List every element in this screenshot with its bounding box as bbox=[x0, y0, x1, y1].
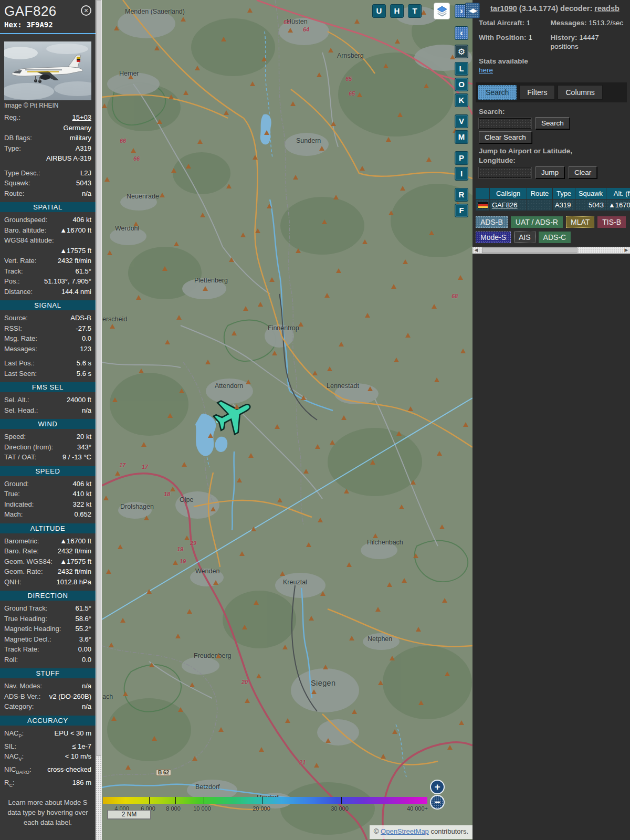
tab-search[interactable]: Search bbox=[478, 85, 517, 100]
row-value: 2432 ft/min bbox=[58, 566, 91, 577]
row-value: 3.6° bbox=[79, 634, 91, 645]
badge-uat-ads-r[interactable]: UAT / ADS-R bbox=[511, 216, 563, 228]
row-label: ADS-B Ver.: bbox=[4, 691, 40, 702]
readsb-link[interactable]: readsb bbox=[594, 4, 620, 13]
search-input[interactable] bbox=[479, 118, 531, 129]
jump-clear-button[interactable]: Clear bbox=[569, 166, 597, 178]
peak-icon bbox=[396, 431, 402, 436]
tab-columns[interactable]: Columns bbox=[558, 85, 602, 100]
peak-icon bbox=[400, 186, 405, 191]
receiver-stats: Total Aircraft: 1 Messages: 1513.2/sec W… bbox=[472, 16, 630, 81]
jump-input[interactable] bbox=[479, 167, 531, 178]
badge-row: ADS-BUAT / ADS-RMLATTIS-B bbox=[476, 216, 630, 228]
peak-icon bbox=[118, 544, 123, 549]
aircraft-table: CallsignRouteTypeSquawkAlt. (ft)Spd GAF8… bbox=[476, 188, 630, 211]
badge-ads-c[interactable]: ADS-C bbox=[539, 232, 571, 243]
peak-icon bbox=[184, 536, 190, 540]
toggle-outlines-button[interactable]: O bbox=[455, 78, 468, 91]
row-label: Nav. Modes: bbox=[4, 681, 42, 691]
hscroll-thumb[interactable] bbox=[482, 247, 578, 253]
data-row: Groundspeed:406 kt bbox=[0, 215, 96, 225]
jump-button[interactable]: Jump bbox=[536, 166, 564, 178]
aircraft-photo[interactable] bbox=[4, 41, 91, 100]
row-value: 322 kt bbox=[73, 499, 91, 510]
peak-icon bbox=[213, 580, 218, 585]
map-button-h[interactable]: H bbox=[390, 4, 404, 18]
badge-ads-b[interactable]: ADS-B bbox=[476, 216, 508, 228]
table-horizontal-scrollbar[interactable]: ◀ ▶ bbox=[472, 247, 630, 254]
row-value: 5.6 s bbox=[77, 358, 91, 369]
peak-icon bbox=[192, 756, 197, 761]
follow-button[interactable]: F bbox=[455, 204, 468, 217]
row-cell[interactable]: GAF826 bbox=[490, 200, 527, 211]
legend-tick-label: 10 000 bbox=[193, 805, 211, 812]
column-header-callsign[interactable]: Callsign bbox=[490, 188, 527, 199]
data-row: ADS-B Ver.:v2 (DO-260B) bbox=[0, 691, 96, 702]
peak-icon bbox=[324, 293, 330, 298]
badge-mode-s[interactable]: Mode-S bbox=[476, 232, 511, 243]
column-header-route[interactable]: Route bbox=[527, 188, 552, 199]
toggle-persistence-button[interactable]: P bbox=[455, 151, 468, 165]
zoom-in-button[interactable]: + bbox=[430, 780, 445, 794]
peak-icon bbox=[319, 146, 324, 151]
scroll-left-arrow[interactable]: ◀ bbox=[472, 247, 480, 254]
toggle-labels-button[interactable]: L bbox=[455, 62, 468, 76]
collapse-left-button[interactable]: ‹ bbox=[455, 26, 468, 40]
aircraft-hex: Hex: 3F9A92 bbox=[4, 20, 91, 29]
flag-cell[interactable] bbox=[476, 200, 489, 211]
peak-icon bbox=[360, 166, 365, 171]
scrollbar-thumb[interactable] bbox=[96, 0, 101, 756]
peak-icon bbox=[331, 121, 336, 126]
row-cell[interactable]: ▲16700 bbox=[606, 200, 630, 211]
row-label: True: bbox=[4, 489, 20, 499]
data-row: Source:ADS-B bbox=[0, 313, 96, 323]
motorway-exit-label: 19 bbox=[180, 558, 186, 564]
germany-flag-icon bbox=[478, 202, 488, 208]
left-panel-scrollbar[interactable] bbox=[96, 0, 102, 840]
tar1090-link[interactable]: tar1090 bbox=[490, 4, 517, 13]
jump-label: Jump to Airport or Latitude, Longitude: bbox=[472, 145, 604, 166]
refresh-button[interactable]: R bbox=[455, 188, 468, 202]
row-callsign-link[interactable]: GAF826 bbox=[492, 201, 517, 209]
column-header-type[interactable]: Type bbox=[553, 188, 575, 199]
peak-icon bbox=[326, 738, 331, 743]
search-button[interactable]: Search bbox=[536, 117, 570, 129]
map-button-t[interactable]: T bbox=[408, 4, 422, 18]
toggle-v-button[interactable]: V bbox=[455, 114, 468, 128]
panel-toggle-button[interactable]: ◀▶ bbox=[465, 3, 480, 18]
toggle-isolate-button[interactable]: I bbox=[455, 167, 468, 181]
section-header-direction: DIRECTION bbox=[0, 591, 96, 601]
section-header-speed: SPEED bbox=[0, 466, 96, 476]
row-cell[interactable]: 5043 bbox=[575, 200, 606, 211]
toggle-multiselect-button[interactable]: M bbox=[455, 130, 468, 144]
peak-icon bbox=[339, 342, 344, 346]
zoom-out-button[interactable]: − bbox=[430, 795, 445, 810]
peak-icon bbox=[370, 460, 375, 465]
row-label: Vert. Rate: bbox=[4, 256, 36, 266]
peak-icon bbox=[205, 360, 211, 364]
settings-button[interactable]: ⚙ bbox=[455, 45, 468, 58]
tab-filters[interactable]: Filters bbox=[519, 85, 555, 100]
section-header-signal: SIGNAL bbox=[0, 300, 96, 310]
clear-search-button[interactable]: Clear Search bbox=[479, 131, 532, 143]
layers-button[interactable] bbox=[434, 3, 450, 19]
badge-row: Mode-SAISADS-C bbox=[476, 232, 630, 243]
stats-link[interactable]: here bbox=[479, 66, 493, 74]
row-value[interactable]: 15+03 bbox=[72, 112, 91, 123]
badge-mlat[interactable]: MLAT bbox=[566, 216, 594, 228]
close-icon[interactable]: ✕ bbox=[81, 5, 91, 16]
row-cell[interactable]: A319 bbox=[553, 200, 575, 211]
badge-ais[interactable]: AIS bbox=[514, 232, 536, 243]
map-canvas[interactable]: Menden (Sauerland)HüstenArnsbergHemerSun… bbox=[102, 0, 472, 840]
toggle-k-button[interactable]: K bbox=[455, 93, 468, 107]
osm-link[interactable]: OpenStreetMap bbox=[381, 827, 429, 835]
aircraft-table-row[interactable]: GAF826A3195043▲16700 bbox=[476, 200, 630, 211]
column-header-squawk[interactable]: Squawk bbox=[575, 188, 606, 199]
column-header-alt-ft-[interactable]: Alt. (ft) bbox=[606, 188, 630, 199]
row-cell[interactable] bbox=[527, 200, 552, 211]
map-button-u[interactable]: U bbox=[372, 4, 386, 18]
peak-icon bbox=[186, 164, 191, 169]
scroll-right-arrow[interactable]: ▶ bbox=[623, 247, 630, 254]
badge-tis-b[interactable]: TIS-B bbox=[597, 216, 626, 228]
column-header-flag[interactable] bbox=[476, 188, 489, 199]
